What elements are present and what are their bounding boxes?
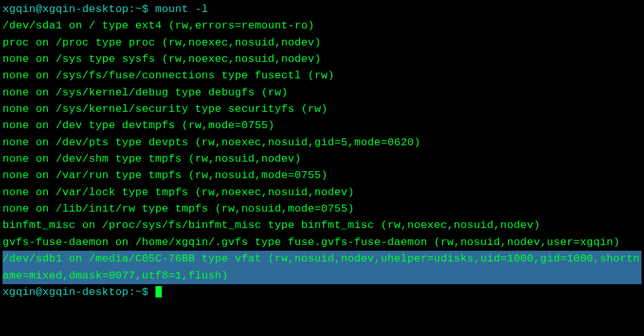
prompt-line[interactable]: xgqin@xgqin-desktop:~$ bbox=[3, 284, 641, 301]
output-line: none on /dev/shm type tmpfs (rw,nosuid,n… bbox=[3, 151, 641, 167]
output-line: none on /dev/pts type devpts (rw,noexec,… bbox=[3, 135, 641, 151]
output-line: /dev/sda1 on / type ext4 (rw,errors=remo… bbox=[3, 18, 641, 34]
output-line: none on /sys/kernel/security type securi… bbox=[3, 101, 641, 117]
output-line: none on /sys type sysfs (rw,noexec,nosui… bbox=[3, 51, 641, 68]
output-line: none on /var/lock type tmpfs (rw,noexec,… bbox=[3, 184, 641, 201]
output-line: none on /sys/kernel/debug type debugfs (… bbox=[3, 85, 641, 101]
terminal-window[interactable]: xgqin@xgqin-desktop:~$ mount -l /dev/sda… bbox=[3, 1, 641, 301]
output-line: binfmt_misc on /proc/sys/fs/binfmt_misc … bbox=[3, 217, 641, 234]
output-line: none on /var/run type tmpfs (rw,nosuid,m… bbox=[3, 167, 641, 184]
shell-prompt: xgqin@xgqin-desktop:~$ bbox=[3, 3, 155, 15]
shell-prompt: xgqin@xgqin-desktop:~$ bbox=[3, 286, 155, 298]
cursor-block bbox=[155, 286, 162, 297]
output-line: none on /sys/fs/fuse/connections type fu… bbox=[3, 68, 641, 84]
output-line: proc on /proc type proc (rw,noexec,nosui… bbox=[3, 35, 641, 51]
output-line: none on /dev type devtmpfs (rw,mode=0755… bbox=[3, 117, 641, 134]
output-line: none on /lib/init/rw type tmpfs (rw,nosu… bbox=[3, 201, 641, 217]
command-line: xgqin@xgqin-desktop:~$ mount -l bbox=[3, 1, 641, 18]
command-text: mount -l bbox=[155, 3, 209, 15]
output-line: gvfs-fuse-daemon on /home/xgqin/.gvfs ty… bbox=[3, 234, 641, 251]
output-block: /dev/sda1 on / type ext4 (rw,errors=remo… bbox=[3, 18, 641, 251]
highlighted-output-line: /dev/sdb1 on /media/C05C-76BB type vfat … bbox=[3, 251, 641, 284]
